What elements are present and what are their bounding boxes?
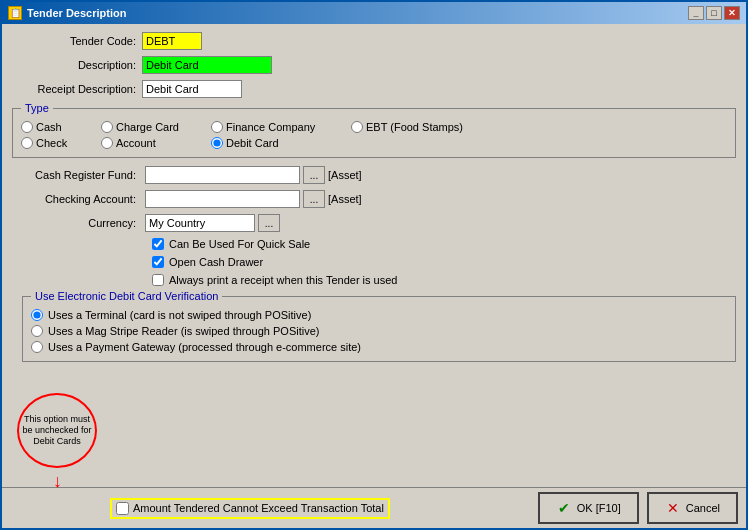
- tender-description-window: 📋 Tender Description _ □ ✕ Tender Code: …: [0, 0, 748, 530]
- cash-register-fund-row: Cash Register Fund: ... [Asset]: [12, 166, 736, 184]
- type-charge-card-label: Charge Card: [116, 121, 179, 133]
- can-be-used-label: Can Be Used For Quick Sale: [169, 238, 310, 250]
- checking-account-row: Checking Account: ... [Asset]: [12, 190, 736, 208]
- ok-icon: ✔: [556, 500, 572, 516]
- type-account-label: Account: [116, 137, 156, 149]
- title-buttons: _ □ ✕: [688, 6, 740, 20]
- currency-browse-button[interactable]: ...: [258, 214, 280, 232]
- type-cash[interactable]: Cash: [21, 121, 101, 133]
- edc-terminal-radio[interactable]: [31, 309, 43, 321]
- type-ebt[interactable]: EBT (Food Stamps): [351, 121, 511, 133]
- bottom-left: Amount Tendered Cannot Exceed Transactio…: [110, 498, 390, 519]
- type-ebt-radio[interactable]: [351, 121, 363, 133]
- type-cash-label: Cash: [36, 121, 62, 133]
- receipt-description-input[interactable]: [142, 80, 242, 98]
- cancel-icon: ✕: [665, 500, 681, 516]
- maximize-button[interactable]: □: [706, 6, 722, 20]
- cash-register-fund-label: Cash Register Fund:: [12, 169, 142, 181]
- description-row: Description:: [12, 56, 736, 74]
- edc-group: Use Electronic Debit Card Verification U…: [22, 296, 736, 362]
- amount-tendered-label-wrapper[interactable]: Amount Tendered Cannot Exceed Transactio…: [110, 498, 390, 519]
- edc-payment-gateway-label: Uses a Payment Gateway (processed throug…: [48, 341, 361, 353]
- can-be-used-checkbox[interactable]: [152, 238, 164, 250]
- edc-mag-stripe[interactable]: Uses a Mag Stripe Reader (is swiped thro…: [31, 325, 727, 337]
- type-account-radio[interactable]: [101, 137, 113, 149]
- title-bar: 📋 Tender Description _ □ ✕: [2, 2, 746, 24]
- bottom-buttons: ✔ OK [F10] ✕ Cancel: [538, 492, 738, 524]
- title-bar-left: 📋 Tender Description: [8, 6, 126, 20]
- cancel-button[interactable]: ✕ Cancel: [647, 492, 738, 524]
- always-print-checkbox[interactable]: [152, 274, 164, 286]
- cancel-label: Cancel: [686, 502, 720, 514]
- edc-legend: Use Electronic Debit Card Verification: [31, 290, 222, 302]
- type-charge-card[interactable]: Charge Card: [101, 121, 211, 133]
- form-content: Tender Code: Description: Receipt Descri…: [2, 24, 746, 487]
- amount-tendered-checkbox[interactable]: [116, 502, 129, 515]
- close-button[interactable]: ✕: [724, 6, 740, 20]
- type-finance-company-label: Finance Company: [226, 121, 315, 133]
- type-radio-grid: Cash Charge Card Finance Company EBT (Fo…: [21, 121, 727, 149]
- bottom-bar: This option must be unchecked for Debit …: [2, 487, 746, 528]
- currency-input[interactable]: [145, 214, 255, 232]
- can-be-used-row: Can Be Used For Quick Sale: [152, 238, 736, 250]
- type-check-label: Check: [36, 137, 67, 149]
- edc-payment-gateway[interactable]: Uses a Payment Gateway (processed throug…: [31, 341, 727, 353]
- cash-register-fund-asset: [Asset]: [328, 169, 362, 181]
- tender-code-row: Tender Code:: [12, 32, 736, 50]
- type-charge-card-radio[interactable]: [101, 121, 113, 133]
- edc-terminal-label: Uses a Terminal (card is not swiped thro…: [48, 309, 311, 321]
- type-debit-card[interactable]: Debit Card: [211, 137, 351, 149]
- always-print-row: Always print a receipt when this Tender …: [152, 274, 736, 286]
- description-label: Description:: [12, 59, 142, 71]
- checking-account-asset: [Asset]: [328, 193, 362, 205]
- type-check[interactable]: Check: [21, 137, 101, 149]
- currency-label: Currency:: [12, 217, 142, 229]
- open-cash-drawer-label: Open Cash Drawer: [169, 256, 263, 268]
- tender-code-label: Tender Code:: [12, 35, 142, 47]
- cash-register-fund-input[interactable]: [145, 166, 300, 184]
- receipt-description-row: Receipt Description:: [12, 80, 736, 98]
- edc-payment-gateway-radio[interactable]: [31, 341, 43, 353]
- ok-button[interactable]: ✔ OK [F10]: [538, 492, 639, 524]
- open-cash-drawer-checkbox[interactable]: [152, 256, 164, 268]
- window-icon: 📋: [8, 6, 22, 20]
- cash-register-fund-browse-button[interactable]: ...: [303, 166, 325, 184]
- type-cash-radio[interactable]: [21, 121, 33, 133]
- type-finance-company[interactable]: Finance Company: [211, 121, 351, 133]
- ok-label: OK [F10]: [577, 502, 621, 514]
- type-account[interactable]: Account: [101, 137, 211, 149]
- receipt-description-label: Receipt Description:: [12, 83, 142, 95]
- type-group: Type Cash Charge Card Finance Company: [12, 108, 736, 158]
- type-ebt-label: EBT (Food Stamps): [366, 121, 463, 133]
- amount-tendered-label: Amount Tendered Cannot Exceed Transactio…: [133, 502, 384, 514]
- checking-account-label: Checking Account:: [12, 193, 142, 205]
- edc-radio-group: Uses a Terminal (card is not swiped thro…: [31, 309, 727, 353]
- type-debit-card-label: Debit Card: [226, 137, 279, 149]
- edc-terminal[interactable]: Uses a Terminal (card is not swiped thro…: [31, 309, 727, 321]
- minimize-button[interactable]: _: [688, 6, 704, 20]
- type-legend: Type: [21, 102, 53, 114]
- window-title: Tender Description: [27, 7, 126, 19]
- checking-account-browse-button[interactable]: ...: [303, 190, 325, 208]
- description-input[interactable]: [142, 56, 272, 74]
- type-finance-company-radio[interactable]: [211, 121, 223, 133]
- type-check-radio[interactable]: [21, 137, 33, 149]
- always-print-label: Always print a receipt when this Tender …: [169, 274, 397, 286]
- edc-mag-stripe-label: Uses a Mag Stripe Reader (is swiped thro…: [48, 325, 319, 337]
- checking-account-input[interactable]: [145, 190, 300, 208]
- currency-row: Currency: ...: [12, 214, 736, 232]
- edc-mag-stripe-radio[interactable]: [31, 325, 43, 337]
- tender-code-input[interactable]: [142, 32, 202, 50]
- type-debit-card-radio[interactable]: [211, 137, 223, 149]
- open-cash-drawer-row: Open Cash Drawer: [152, 256, 736, 268]
